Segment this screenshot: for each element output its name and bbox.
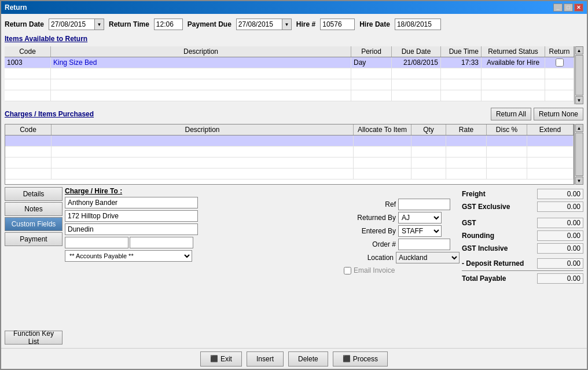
deposit-returned-label: - Deposit Returned bbox=[462, 259, 524, 268]
return-date-label: Return Date bbox=[5, 20, 44, 28]
function-key-list-button[interactable]: Function Key List bbox=[5, 331, 63, 345]
returned-by-select[interactable]: AJ bbox=[398, 212, 442, 224]
items-section-title: Items Available to Return bbox=[5, 35, 583, 43]
delete-button[interactable]: Delete bbox=[288, 351, 328, 367]
location-select-wrap[interactable]: Auckland bbox=[396, 252, 460, 263]
charges-table-scrollbar[interactable]: ▲ ▼ bbox=[574, 124, 583, 185]
items-table-empty-row-3 bbox=[5, 90, 574, 101]
title-bar: Return _ □ ✕ bbox=[1, 1, 587, 14]
address1-input[interactable] bbox=[65, 210, 198, 222]
charges-table-row-3 bbox=[5, 157, 574, 168]
charges-table-row-2 bbox=[5, 146, 574, 157]
charges-scroll-thumb[interactable] bbox=[575, 133, 583, 176]
charges-scroll-up[interactable]: ▲ bbox=[575, 124, 583, 132]
ref-row: Ref bbox=[344, 199, 460, 210]
order-hash-input[interactable] bbox=[398, 239, 450, 250]
return-date-field[interactable]: 27/08/2015 ▼ bbox=[49, 19, 104, 30]
charges-col-code: Code bbox=[5, 124, 52, 135]
delete-label: Delete bbox=[298, 355, 318, 363]
payment-due-field[interactable]: 27/08/2015 ▼ bbox=[236, 19, 292, 30]
return-all-button[interactable]: Return All bbox=[491, 108, 531, 120]
email-row: Email Invoice bbox=[344, 266, 460, 274]
process-icon: ⬛ bbox=[343, 355, 351, 362]
order-hash-label: Order # bbox=[344, 240, 396, 248]
email-invoice-checkbox[interactable] bbox=[344, 267, 351, 274]
items-table-scrollbar[interactable]: ▲ ▼ bbox=[574, 46, 583, 104]
returned-by-label: Returned By bbox=[344, 214, 396, 222]
entered-by-label: Entered By bbox=[344, 227, 396, 235]
ref-input[interactable] bbox=[398, 199, 450, 210]
exit-button[interactable]: ⬛ Exit bbox=[200, 351, 242, 367]
location-row: Location Auckland bbox=[344, 252, 460, 263]
main-content: Return Date 27/08/2015 ▼ Return Time 12:… bbox=[1, 14, 587, 348]
tab-notes[interactable]: Notes bbox=[5, 202, 63, 216]
city-part1-input[interactable] bbox=[65, 237, 128, 248]
item-return-checkbox[interactable] bbox=[556, 58, 564, 67]
deposit-returned-row: - Deposit Returned 0.00 bbox=[462, 258, 583, 269]
bottom-section: Details Notes Custom Fields Payment Func… bbox=[5, 187, 583, 345]
items-scroll-thumb[interactable] bbox=[575, 55, 583, 96]
charges-table-row-1 bbox=[5, 135, 574, 146]
gst-exclusive-label: GST Exclusive bbox=[462, 203, 510, 211]
city-part2-input[interactable] bbox=[130, 237, 193, 248]
charges-scroll-down[interactable]: ▼ bbox=[575, 177, 583, 185]
tab-details[interactable]: Details bbox=[5, 187, 63, 201]
charge-hire-to-title: Charge / Hire To : bbox=[65, 187, 341, 195]
entered-by-select-wrap[interactable]: STAFF bbox=[398, 225, 442, 237]
return-time-label: Return Time bbox=[109, 20, 149, 28]
items-table: Code Description Period Due Date Due Tim… bbox=[5, 46, 574, 104]
minimize-button[interactable]: _ bbox=[553, 3, 563, 12]
item-period: Day bbox=[351, 57, 392, 68]
accounts-select[interactable]: ** Accounts Payable ** bbox=[65, 250, 192, 262]
item-return-checkbox-cell bbox=[545, 57, 574, 68]
footer-buttons: ⬛ Exit Insert Delete ⬛ Process bbox=[1, 348, 587, 369]
item-returned-status: Available for Hire bbox=[482, 57, 545, 68]
address2-input[interactable] bbox=[65, 224, 198, 235]
returned-by-row: Returned By AJ bbox=[344, 212, 460, 224]
location-select[interactable]: Auckland bbox=[396, 252, 460, 263]
process-button[interactable]: ⬛ Process bbox=[333, 351, 388, 367]
location-label: Location bbox=[344, 254, 394, 262]
accounts-dropdown[interactable]: ** Accounts Payable ** bbox=[65, 250, 341, 262]
item-code: 1003 bbox=[5, 57, 51, 68]
hire-date-label: Hire Date bbox=[359, 20, 390, 28]
customer-name-input[interactable] bbox=[65, 197, 198, 208]
maximize-button[interactable]: □ bbox=[564, 3, 573, 12]
charges-col-extend: Extend bbox=[527, 124, 574, 135]
return-date-dropdown-btn[interactable]: ▼ bbox=[95, 19, 104, 30]
charges-table-container: Code Description Allocate To Item Qty Ra… bbox=[5, 124, 583, 185]
tab-payment[interactable]: Payment bbox=[5, 232, 63, 246]
insert-button[interactable]: Insert bbox=[247, 351, 284, 367]
gst-row: GST 0.00 bbox=[462, 217, 583, 229]
payment-due-dropdown-btn[interactable]: ▼ bbox=[282, 19, 292, 30]
items-col-due-date: Due Date bbox=[392, 46, 441, 57]
charges-table-row-4 bbox=[5, 168, 574, 179]
returned-by-select-wrap[interactable]: AJ bbox=[398, 212, 442, 224]
return-none-button[interactable]: Return None bbox=[534, 108, 583, 120]
gst-inclusive-label: GST Inclusive bbox=[462, 244, 508, 252]
hire-date-input[interactable]: 18/08/2015 bbox=[395, 19, 441, 30]
item-due-date: 21/08/2015 bbox=[392, 57, 441, 68]
freight-row: Freight 0.00 bbox=[462, 188, 583, 200]
exit-label: Exit bbox=[220, 355, 232, 363]
return-date-input[interactable]: 27/08/2015 bbox=[49, 19, 95, 30]
items-scroll-up[interactable]: ▲ bbox=[575, 46, 583, 54]
window-title: Return bbox=[5, 3, 27, 12]
total-payable-row: Total Payable 0.00 bbox=[462, 273, 583, 284]
payment-due-label: Payment Due bbox=[188, 20, 231, 28]
gst-inclusive-row: GST Inclusive 0.00 bbox=[462, 243, 583, 254]
deposit-returned-value: 0.00 bbox=[537, 258, 583, 269]
close-button[interactable]: ✕ bbox=[574, 3, 583, 12]
hire-hash-input[interactable]: 10576 bbox=[320, 19, 355, 30]
gst-exclusive-value: 0.00 bbox=[537, 202, 583, 212]
items-col-return: Return bbox=[545, 46, 574, 57]
entered-by-select[interactable]: STAFF bbox=[398, 225, 442, 237]
ref-label: Ref bbox=[344, 200, 396, 208]
items-table-row[interactable]: 1003 King Size Bed Day 21/08/2015 17:33 … bbox=[5, 57, 574, 68]
tab-custom-fields[interactable]: Custom Fields bbox=[5, 217, 63, 231]
items-table-empty-row-1 bbox=[5, 68, 574, 79]
order-hash-row: Order # bbox=[344, 239, 460, 250]
payment-due-input[interactable]: 27/08/2015 bbox=[236, 19, 282, 30]
items-scroll-down[interactable]: ▼ bbox=[575, 96, 583, 104]
return-time-input[interactable]: 12:06 bbox=[154, 19, 183, 30]
